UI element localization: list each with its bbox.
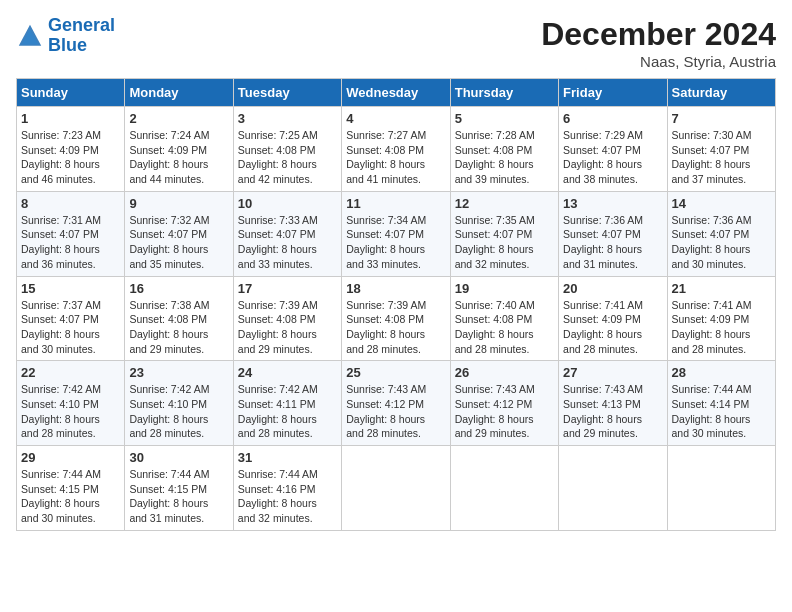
day-number: 23 xyxy=(129,365,228,380)
cell-text: Sunrise: 7:39 AMSunset: 4:08 PMDaylight:… xyxy=(238,298,337,357)
col-header-wednesday: Wednesday xyxy=(342,79,450,107)
week-row-5: 29Sunrise: 7:44 AMSunset: 4:15 PMDayligh… xyxy=(17,446,776,531)
cell-text: Sunrise: 7:42 AMSunset: 4:10 PMDaylight:… xyxy=(21,382,120,441)
calendar-cell: 14Sunrise: 7:36 AMSunset: 4:07 PMDayligh… xyxy=(667,191,775,276)
calendar-cell: 16Sunrise: 7:38 AMSunset: 4:08 PMDayligh… xyxy=(125,276,233,361)
cell-text: Sunrise: 7:39 AMSunset: 4:08 PMDaylight:… xyxy=(346,298,445,357)
day-number: 19 xyxy=(455,281,554,296)
cell-text: Sunrise: 7:42 AMSunset: 4:10 PMDaylight:… xyxy=(129,382,228,441)
calendar-cell: 24Sunrise: 7:42 AMSunset: 4:11 PMDayligh… xyxy=(233,361,341,446)
calendar-header-row: SundayMondayTuesdayWednesdayThursdayFrid… xyxy=(17,79,776,107)
calendar-cell: 22Sunrise: 7:42 AMSunset: 4:10 PMDayligh… xyxy=(17,361,125,446)
calendar-cell: 10Sunrise: 7:33 AMSunset: 4:07 PMDayligh… xyxy=(233,191,341,276)
calendar-cell: 30Sunrise: 7:44 AMSunset: 4:15 PMDayligh… xyxy=(125,446,233,531)
calendar-cell: 9Sunrise: 7:32 AMSunset: 4:07 PMDaylight… xyxy=(125,191,233,276)
cell-text: Sunrise: 7:36 AMSunset: 4:07 PMDaylight:… xyxy=(563,213,662,272)
week-row-3: 15Sunrise: 7:37 AMSunset: 4:07 PMDayligh… xyxy=(17,276,776,361)
calendar-cell xyxy=(667,446,775,531)
col-header-tuesday: Tuesday xyxy=(233,79,341,107)
cell-text: Sunrise: 7:43 AMSunset: 4:13 PMDaylight:… xyxy=(563,382,662,441)
day-number: 30 xyxy=(129,450,228,465)
calendar-cell: 8Sunrise: 7:31 AMSunset: 4:07 PMDaylight… xyxy=(17,191,125,276)
col-header-monday: Monday xyxy=(125,79,233,107)
calendar-cell: 28Sunrise: 7:44 AMSunset: 4:14 PMDayligh… xyxy=(667,361,775,446)
day-number: 28 xyxy=(672,365,771,380)
day-number: 29 xyxy=(21,450,120,465)
cell-text: Sunrise: 7:23 AMSunset: 4:09 PMDaylight:… xyxy=(21,128,120,187)
day-number: 2 xyxy=(129,111,228,126)
cell-text: Sunrise: 7:43 AMSunset: 4:12 PMDaylight:… xyxy=(346,382,445,441)
day-number: 26 xyxy=(455,365,554,380)
calendar-cell: 13Sunrise: 7:36 AMSunset: 4:07 PMDayligh… xyxy=(559,191,667,276)
day-number: 27 xyxy=(563,365,662,380)
calendar-cell: 19Sunrise: 7:40 AMSunset: 4:08 PMDayligh… xyxy=(450,276,558,361)
cell-text: Sunrise: 7:41 AMSunset: 4:09 PMDaylight:… xyxy=(563,298,662,357)
calendar-cell: 11Sunrise: 7:34 AMSunset: 4:07 PMDayligh… xyxy=(342,191,450,276)
logo-general: General xyxy=(48,15,115,35)
cell-text: Sunrise: 7:31 AMSunset: 4:07 PMDaylight:… xyxy=(21,213,120,272)
cell-text: Sunrise: 7:37 AMSunset: 4:07 PMDaylight:… xyxy=(21,298,120,357)
day-number: 12 xyxy=(455,196,554,211)
day-number: 15 xyxy=(21,281,120,296)
cell-text: Sunrise: 7:36 AMSunset: 4:07 PMDaylight:… xyxy=(672,213,771,272)
calendar-cell: 15Sunrise: 7:37 AMSunset: 4:07 PMDayligh… xyxy=(17,276,125,361)
month-title: December 2024 xyxy=(541,16,776,53)
calendar-cell: 23Sunrise: 7:42 AMSunset: 4:10 PMDayligh… xyxy=(125,361,233,446)
cell-text: Sunrise: 7:43 AMSunset: 4:12 PMDaylight:… xyxy=(455,382,554,441)
logo-icon xyxy=(16,22,44,50)
cell-text: Sunrise: 7:40 AMSunset: 4:08 PMDaylight:… xyxy=(455,298,554,357)
cell-text: Sunrise: 7:42 AMSunset: 4:11 PMDaylight:… xyxy=(238,382,337,441)
calendar-cell: 2Sunrise: 7:24 AMSunset: 4:09 PMDaylight… xyxy=(125,107,233,192)
cell-text: Sunrise: 7:33 AMSunset: 4:07 PMDaylight:… xyxy=(238,213,337,272)
cell-text: Sunrise: 7:41 AMSunset: 4:09 PMDaylight:… xyxy=(672,298,771,357)
day-number: 17 xyxy=(238,281,337,296)
calendar-cell: 25Sunrise: 7:43 AMSunset: 4:12 PMDayligh… xyxy=(342,361,450,446)
day-number: 24 xyxy=(238,365,337,380)
day-number: 7 xyxy=(672,111,771,126)
day-number: 13 xyxy=(563,196,662,211)
cell-text: Sunrise: 7:44 AMSunset: 4:15 PMDaylight:… xyxy=(21,467,120,526)
day-number: 1 xyxy=(21,111,120,126)
calendar-cell: 7Sunrise: 7:30 AMSunset: 4:07 PMDaylight… xyxy=(667,107,775,192)
cell-text: Sunrise: 7:29 AMSunset: 4:07 PMDaylight:… xyxy=(563,128,662,187)
col-header-sunday: Sunday xyxy=(17,79,125,107)
day-number: 20 xyxy=(563,281,662,296)
logo-blue: Blue xyxy=(48,35,87,55)
day-number: 3 xyxy=(238,111,337,126)
day-number: 18 xyxy=(346,281,445,296)
calendar-cell: 6Sunrise: 7:29 AMSunset: 4:07 PMDaylight… xyxy=(559,107,667,192)
calendar-cell: 5Sunrise: 7:28 AMSunset: 4:08 PMDaylight… xyxy=(450,107,558,192)
week-row-1: 1Sunrise: 7:23 AMSunset: 4:09 PMDaylight… xyxy=(17,107,776,192)
cell-text: Sunrise: 7:44 AMSunset: 4:14 PMDaylight:… xyxy=(672,382,771,441)
calendar-cell: 26Sunrise: 7:43 AMSunset: 4:12 PMDayligh… xyxy=(450,361,558,446)
week-row-2: 8Sunrise: 7:31 AMSunset: 4:07 PMDaylight… xyxy=(17,191,776,276)
cell-text: Sunrise: 7:44 AMSunset: 4:16 PMDaylight:… xyxy=(238,467,337,526)
calendar-table: SundayMondayTuesdayWednesdayThursdayFrid… xyxy=(16,78,776,531)
day-number: 8 xyxy=(21,196,120,211)
col-header-thursday: Thursday xyxy=(450,79,558,107)
cell-text: Sunrise: 7:30 AMSunset: 4:07 PMDaylight:… xyxy=(672,128,771,187)
title-block: December 2024 Naas, Styria, Austria xyxy=(541,16,776,70)
day-number: 6 xyxy=(563,111,662,126)
calendar-cell: 21Sunrise: 7:41 AMSunset: 4:09 PMDayligh… xyxy=(667,276,775,361)
day-number: 31 xyxy=(238,450,337,465)
calendar-cell xyxy=(342,446,450,531)
day-number: 5 xyxy=(455,111,554,126)
cell-text: Sunrise: 7:27 AMSunset: 4:08 PMDaylight:… xyxy=(346,128,445,187)
calendar-cell xyxy=(559,446,667,531)
day-number: 22 xyxy=(21,365,120,380)
calendar-cell: 18Sunrise: 7:39 AMSunset: 4:08 PMDayligh… xyxy=(342,276,450,361)
cell-text: Sunrise: 7:34 AMSunset: 4:07 PMDaylight:… xyxy=(346,213,445,272)
calendar-cell: 3Sunrise: 7:25 AMSunset: 4:08 PMDaylight… xyxy=(233,107,341,192)
day-number: 4 xyxy=(346,111,445,126)
calendar-cell: 20Sunrise: 7:41 AMSunset: 4:09 PMDayligh… xyxy=(559,276,667,361)
day-number: 10 xyxy=(238,196,337,211)
cell-text: Sunrise: 7:44 AMSunset: 4:15 PMDaylight:… xyxy=(129,467,228,526)
day-number: 25 xyxy=(346,365,445,380)
day-number: 21 xyxy=(672,281,771,296)
day-number: 16 xyxy=(129,281,228,296)
calendar-cell: 27Sunrise: 7:43 AMSunset: 4:13 PMDayligh… xyxy=(559,361,667,446)
page-header: General Blue December 2024 Naas, Styria,… xyxy=(16,16,776,70)
calendar-cell xyxy=(450,446,558,531)
logo: General Blue xyxy=(16,16,115,56)
